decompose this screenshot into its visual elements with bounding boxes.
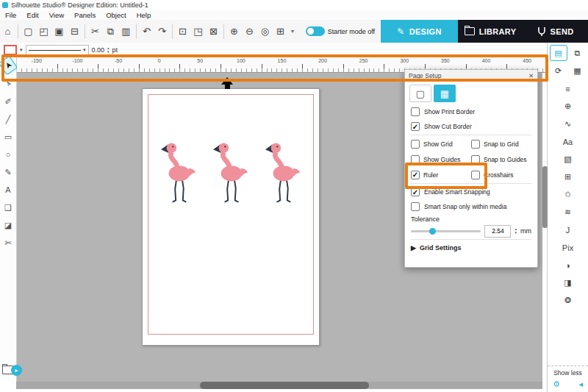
horizontal-scrollbar-thumb[interactable] — [200, 382, 369, 389]
tab-page-setup[interactable]: ▢ — [409, 85, 431, 102]
stroke-width-value[interactable]: 0.00 — [92, 46, 105, 54]
copy-icon[interactable]: ⧉ — [103, 26, 118, 38]
page-setup-icon[interactable]: ▤ — [550, 45, 567, 61]
menu-object[interactable]: Object — [101, 11, 131, 19]
flamingo-shape[interactable] — [212, 135, 249, 207]
menu-view[interactable]: View — [44, 11, 69, 19]
vertical-scrollbar-thumb[interactable] — [542, 166, 548, 228]
transform-icon[interactable]: ▧ — [559, 152, 577, 166]
rectangle-tool-icon[interactable]: ▭ — [1, 131, 15, 143]
eraser-tool-icon[interactable]: ◪ — [1, 219, 15, 231]
stepper-down-icon[interactable]: ▾ — [514, 231, 517, 235]
open-icon[interactable]: ◰ — [36, 26, 51, 37]
select-all-icon[interactable]: ⊠ — [206, 26, 221, 37]
tab-design[interactable]: ✎ DESIGN — [381, 20, 458, 43]
save-icon[interactable]: ▣ — [51, 26, 67, 37]
pix-icon[interactable]: Pix — [559, 240, 577, 254]
menu-file[interactable]: File — [0, 11, 21, 19]
app-logo-icon — [2, 2, 8, 8]
horizontal-scrollbar[interactable] — [16, 382, 542, 389]
grid-icon[interactable]: ▦ — [569, 63, 587, 79]
line-style-icon[interactable]: ≡ — [559, 82, 577, 96]
knife-tool-icon[interactable]: ✐ — [1, 96, 15, 107]
starter-mode-toggle[interactable] — [306, 26, 325, 36]
select-rect-icon[interactable]: ⊡ — [175, 26, 190, 37]
window-title: Silhouette Studio® Designer Edition: Unt… — [11, 1, 148, 9]
settings-gear-icon[interactable]: ⚙ — [553, 379, 560, 389]
tab-library[interactable]: LIBRARY — [458, 20, 523, 43]
checkbox-show-cut-border[interactable]: ✓ Show Cut Border — [411, 119, 531, 134]
tolerance-row: ▴ ▾ mm — [405, 224, 537, 238]
checkbox-snap-to-grid[interactable]: Snap to Grid — [471, 136, 531, 152]
cut-icon[interactable]: ✂ — [87, 26, 103, 37]
tolerance-slider-thumb[interactable] — [429, 228, 436, 235]
tolerance-label: Tolerance — [405, 214, 537, 224]
page-icon: ▢ — [416, 88, 425, 99]
line-style-dropdown[interactable]: ▾ — [26, 45, 89, 55]
zoom-out-icon[interactable]: ⊖ — [242, 26, 257, 37]
home-icon[interactable]: ⌂ — [0, 26, 15, 37]
menu-panels[interactable]: Panels — [69, 11, 101, 19]
line-color-swatch[interactable] — [4, 45, 17, 55]
flyout-arrow-icon: ▸ — [15, 367, 18, 374]
sphere-icon[interactable]: ❂ — [559, 293, 577, 307]
checkmark: ✓ — [412, 123, 418, 131]
shade-icon[interactable]: ◑ — [559, 258, 577, 272]
hook-icon[interactable]: J — [559, 223, 577, 237]
menu-help[interactable]: Help — [132, 11, 157, 19]
right-tools-top-grid: ▤ ⧉ ⟳ ▦ — [550, 45, 587, 79]
right-tools-footer: ⚙ ◂ — [548, 378, 588, 392]
pixscan-icon[interactable]: ⧉ — [569, 45, 587, 61]
toggle-knob — [307, 28, 314, 35]
draw-tool-icon[interactable]: ✎ — [1, 166, 15, 178]
fill-icon[interactable]: ⊕ — [559, 99, 577, 113]
redo-icon[interactable]: ↷ — [154, 26, 170, 37]
checkbox-show-grid[interactable]: Show Grid — [411, 136, 471, 152]
print-icon[interactable]: ⊟ — [67, 26, 82, 37]
show-less-button[interactable]: Show less — [548, 366, 588, 378]
drawer-flyout-button[interactable]: ▸ — [11, 365, 22, 376]
replicate-icon[interactable]: ⟳ — [550, 63, 567, 79]
checkbox-show-print-border[interactable]: Show Print Border — [411, 104, 531, 119]
tolerance-input[interactable] — [484, 225, 511, 238]
rhinestone-icon[interactable]: ≋ — [559, 205, 577, 219]
zoom-drag-icon[interactable]: ◎ — [257, 26, 273, 37]
line-tool-icon[interactable]: ╱ — [1, 113, 15, 125]
tab-grid[interactable]: ▦ — [434, 85, 456, 102]
toolbar-separator — [172, 24, 173, 39]
sketch-icon[interactable]: ∿ — [559, 117, 577, 131]
zoom-in-icon[interactable]: ⊕ — [226, 26, 242, 37]
eraser-panel-icon[interactable]: ◨ — [559, 276, 577, 290]
paste-icon[interactable]: ▥ — [118, 26, 134, 37]
note-tool-icon[interactable]: ❑ — [1, 202, 15, 213]
tolerance-stepper[interactable]: ▴ ▾ — [514, 227, 517, 235]
text-tool-icon[interactable]: A — [1, 184, 15, 196]
offset-icon[interactable]: ⊞ — [559, 170, 577, 184]
checkbox-smart-snap-media[interactable]: Smart Snap only within media — [411, 199, 531, 214]
stroke-width-stepper[interactable]: ▴ ▾ — [107, 46, 110, 54]
line-style-preview — [29, 50, 81, 51]
select-inverse-icon[interactable]: ◳ — [190, 26, 206, 37]
knife2-tool-icon[interactable]: ✄ — [1, 237, 15, 249]
flamingo-shape[interactable] — [160, 135, 197, 207]
flamingo-group[interactable] — [160, 135, 301, 207]
ellipse-tool-icon[interactable]: ○ — [1, 149, 15, 160]
zoom-select-icon[interactable]: ⊞ — [273, 26, 288, 37]
menu-edit[interactable]: Edit — [21, 11, 43, 19]
undo-icon[interactable]: ↶ — [139, 26, 154, 37]
starter-mode-label: Starter mode off — [328, 28, 375, 35]
stepper-down-icon[interactable]: ▾ — [107, 50, 110, 54]
zoom-dropdown-arrow-icon[interactable]: ▾ — [288, 28, 297, 35]
panel-divider — [411, 239, 531, 240]
tolerance-slider[interactable] — [411, 230, 481, 232]
tab-send[interactable]: SEND — [523, 20, 588, 43]
text-style-icon[interactable]: Aa — [559, 135, 577, 149]
ruler-checkbox-highlight-box — [405, 163, 487, 189]
collapse-icon[interactable]: ◂ — [578, 379, 583, 389]
new-document-icon[interactable]: ▢ — [21, 26, 36, 37]
swatch-dropdown-arrow-icon[interactable]: ▾ — [20, 47, 23, 53]
media-page[interactable] — [142, 88, 320, 346]
symbol-icon[interactable]: ✩ — [559, 188, 577, 202]
grid-settings-row[interactable]: ▶ Grid Settings — [405, 240, 537, 252]
flamingo-shape[interactable] — [265, 135, 301, 207]
